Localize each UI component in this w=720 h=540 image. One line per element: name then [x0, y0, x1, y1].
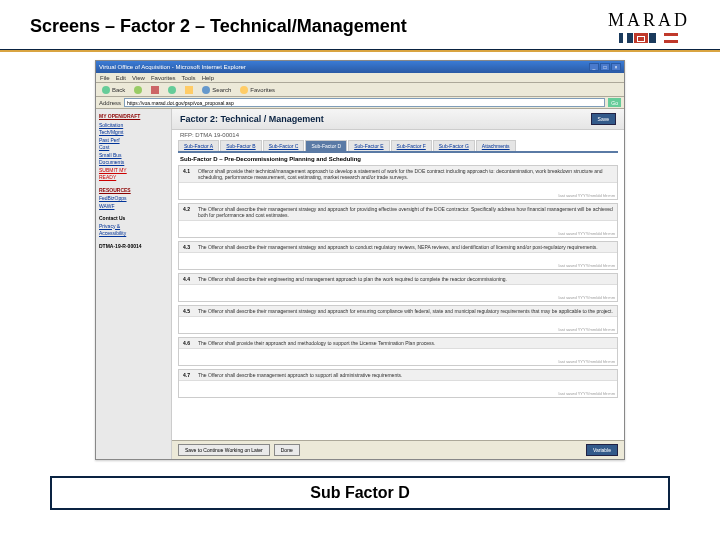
- back-button[interactable]: Back: [99, 85, 128, 95]
- favorites-button[interactable]: Favorites: [237, 85, 278, 95]
- sidebar-link[interactable]: Small Bus: [99, 152, 168, 159]
- sidebar-link[interactable]: Privacy &: [99, 223, 168, 230]
- question-item: 4.5The Offeror shall describe their mana…: [178, 305, 618, 334]
- question-item: 4.6The Offeror shall provide their appro…: [178, 337, 618, 366]
- question-number: 4.1: [183, 168, 195, 180]
- address-bar: Address Go: [96, 97, 624, 109]
- address-input[interactable]: [124, 98, 605, 107]
- screenshot-window: Virtual Office of Acquisition - Microsof…: [95, 60, 625, 460]
- question-item: 4.4The Offeror shall describe their engi…: [178, 273, 618, 302]
- answer-textarea[interactable]: last saved YYYY/mm/dd hh:mm: [179, 349, 617, 365]
- question-number: 4.2: [183, 206, 195, 218]
- search-button[interactable]: Search: [199, 85, 234, 95]
- stop-button[interactable]: [148, 85, 162, 95]
- action-bar: Save to Continue Working on Later Done V…: [172, 440, 624, 459]
- sidebar-rfp-id: DTMA-19-R-00014: [99, 243, 168, 250]
- refresh-icon: [168, 86, 176, 94]
- sidebar-link[interactable]: WAWF: [99, 203, 168, 210]
- search-icon: [202, 86, 210, 94]
- subfactor-heading: Sub-Factor D – Pre-Decommissioning Plann…: [172, 153, 624, 165]
- question-item: 4.7The Offeror shall describe management…: [178, 369, 618, 398]
- sidebar-link[interactable]: Documents: [99, 159, 168, 166]
- question-text: The Offeror shall describe their managem…: [198, 206, 613, 218]
- answer-textarea[interactable]: last saved YYYY/mm/dd hh:mm: [179, 253, 617, 269]
- question-item: 4.3The Offeror shall describe their mana…: [178, 241, 618, 270]
- maximize-icon[interactable]: □: [600, 63, 610, 71]
- sidebar-link[interactable]: Cost: [99, 144, 168, 151]
- stop-icon: [151, 86, 159, 94]
- save-timestamp: last saved YYYY/mm/dd hh:mm: [559, 263, 615, 268]
- sidebar-section-open: MY OPEN/DRAFT: [99, 113, 168, 120]
- answer-textarea[interactable]: last saved YYYY/mm/dd hh:mm: [179, 317, 617, 333]
- question-number: 4.7: [183, 372, 195, 378]
- done-button[interactable]: Done: [274, 444, 300, 456]
- back-icon: [102, 86, 110, 94]
- question-text: The Offeror shall describe management ap…: [198, 372, 613, 378]
- question-number: 4.6: [183, 340, 195, 346]
- brand-flags: [619, 33, 678, 43]
- save-continue-button[interactable]: Save to Continue Working on Later: [178, 444, 270, 456]
- sidebar-link[interactable]: Past Perf: [99, 137, 168, 144]
- home-icon: [185, 86, 193, 94]
- question-text: Offeror shall provide their technical/ma…: [198, 168, 613, 180]
- answer-textarea[interactable]: last saved YYYY/mm/dd hh:mm: [179, 285, 617, 301]
- save-timestamp: last saved YYYY/mm/dd hh:mm: [559, 231, 615, 236]
- star-icon: [240, 86, 248, 94]
- question-number: 4.5: [183, 308, 195, 314]
- variable-button[interactable]: Variable: [586, 444, 618, 456]
- answer-textarea[interactable]: last saved YYYY/mm/dd hh:mm: [179, 381, 617, 397]
- question-item: 4.1Offeror shall provide their technical…: [178, 165, 618, 200]
- tab-subfactor[interactable]: Sub-Factor F: [391, 140, 432, 151]
- tab-subfactor[interactable]: Attachments: [476, 140, 516, 151]
- save-timestamp: last saved YYYY/mm/dd hh:mm: [559, 391, 615, 396]
- go-button[interactable]: Go: [608, 98, 621, 107]
- menu-bar[interactable]: FileEditViewFavoritesToolsHelp: [96, 73, 624, 83]
- home-button[interactable]: [182, 85, 196, 95]
- address-label: Address: [99, 100, 121, 106]
- window-title: Virtual Office of Acquisition - Microsof…: [99, 64, 246, 70]
- main-content: Factor 2: Technical / Management Save RF…: [172, 109, 624, 459]
- subfactor-tabs: Sub-Factor ASub-Factor BSub-Factor CSub-…: [178, 140, 618, 153]
- sidebar-link[interactable]: Tech/Mgmt: [99, 129, 168, 136]
- save-timestamp: last saved YYYY/mm/dd hh:mm: [559, 193, 615, 198]
- forward-button[interactable]: [131, 85, 145, 95]
- sidebar-link-ready[interactable]: READY: [99, 174, 168, 181]
- tab-subfactor[interactable]: Sub-Factor E: [348, 140, 389, 151]
- forward-icon: [134, 86, 142, 94]
- question-text: The Offeror shall describe their enginee…: [198, 276, 613, 282]
- save-timestamp: last saved YYYY/mm/dd hh:mm: [559, 295, 615, 300]
- tab-subfactor[interactable]: Sub-Factor D: [305, 140, 347, 151]
- rfp-label: RFP: DTMA 19-00014: [172, 130, 624, 140]
- question-item: 4.2The Offeror shall describe their mana…: [178, 203, 618, 238]
- window-titlebar: Virtual Office of Acquisition - Microsof…: [96, 61, 624, 73]
- tab-subfactor[interactable]: Sub-Factor C: [263, 140, 305, 151]
- question-text: The Offeror shall describe their managem…: [198, 308, 613, 314]
- slide-title: Screens – Factor 2 – Technical/Managemen…: [30, 16, 407, 37]
- tab-subfactor[interactable]: Sub-Factor B: [220, 140, 261, 151]
- slide-caption: Sub Factor D: [50, 476, 670, 510]
- save-timestamp: last saved YYYY/mm/dd hh:mm: [559, 359, 615, 364]
- minimize-icon[interactable]: _: [589, 63, 599, 71]
- close-icon[interactable]: ×: [611, 63, 621, 71]
- sidebar-link[interactable]: Solicitation: [99, 122, 168, 129]
- question-text: The Offeror shall describe their managem…: [198, 244, 613, 250]
- sidebar-link[interactable]: Accessibility: [99, 230, 168, 237]
- answer-textarea[interactable]: last saved YYYY/mm/dd hh:mm: [179, 221, 617, 237]
- sidebar-section-contact: Contact Us: [99, 215, 168, 222]
- sidebar-link-submit[interactable]: SUBMIT MY: [99, 167, 168, 174]
- question-text: The Offeror shall provide their approach…: [198, 340, 613, 346]
- answer-textarea[interactable]: last saved YYYY/mm/dd hh:mm: [179, 183, 617, 199]
- browser-toolbar: Back Search Favorites: [96, 83, 624, 97]
- save-button-top[interactable]: Save: [591, 113, 616, 125]
- header-divider: [0, 49, 720, 52]
- sidebar-section-resources: RESOURCES: [99, 187, 168, 194]
- sidebar-nav: MY OPEN/DRAFT Solicitation Tech/Mgmt Pas…: [96, 109, 172, 459]
- tab-subfactor[interactable]: Sub-Factor G: [433, 140, 475, 151]
- page-heading: Factor 2: Technical / Management: [180, 114, 324, 124]
- brand-text: MARAD: [608, 10, 690, 31]
- refresh-button[interactable]: [165, 85, 179, 95]
- save-timestamp: last saved YYYY/mm/dd hh:mm: [559, 327, 615, 332]
- sidebar-link[interactable]: FedBizOpps: [99, 195, 168, 202]
- question-number: 4.4: [183, 276, 195, 282]
- tab-subfactor[interactable]: Sub-Factor A: [178, 140, 219, 151]
